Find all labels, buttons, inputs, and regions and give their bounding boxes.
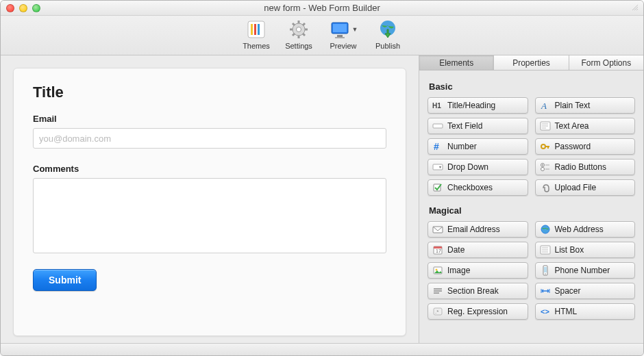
status-bar [1, 343, 643, 355]
form-card: Title Email Comments Submit [13, 68, 406, 336]
svg-rect-16 [337, 35, 343, 37]
checkbox-icon [432, 182, 443, 193]
chevron-down-icon: ▼ [352, 26, 358, 33]
svg-rect-3 [258, 24, 260, 35]
elem-drop-down-label: Drop Down [447, 162, 488, 172]
svg-rect-49 [544, 267, 547, 272]
svg-point-50 [545, 273, 546, 275]
calendar-icon: 17 [432, 244, 443, 255]
comments-textarea[interactable] [33, 178, 386, 253]
svg-text:H1: H1 [432, 102, 441, 110]
submit-button[interactable]: Submit [33, 269, 97, 291]
elem-reg-expression-label: Reg. Expression [447, 307, 508, 316]
globe-icon [540, 224, 551, 235]
panel-body: Basic H1 Title/Heading A Plain Text Text… [419, 71, 643, 336]
elem-password[interactable]: Password [535, 138, 636, 155]
elem-checkboxes[interactable]: Checkboxes [428, 179, 528, 196]
elem-email-address[interactable]: Email Address [428, 221, 528, 238]
elem-web-address[interactable]: Web Address [535, 221, 636, 238]
elem-phone-number-label: Phone Number [555, 266, 610, 275]
settings-label: Settings [285, 42, 312, 50]
elem-phone-number[interactable]: Phone Number [535, 262, 636, 279]
tab-elements[interactable]: Elements [419, 55, 494, 70]
svg-rect-2 [254, 24, 256, 35]
form-title-heading[interactable]: Title [33, 84, 386, 101]
tab-properties[interactable]: Properties [494, 55, 569, 70]
elem-section-break-label: Section Break [447, 286, 499, 296]
textarea-icon [540, 120, 551, 131]
elem-radio-buttons[interactable]: Radio Buttons [535, 159, 636, 175]
section-basic: Basic [429, 81, 635, 92]
svg-point-38 [541, 225, 549, 233]
elem-date[interactable]: 17 Date [428, 242, 528, 258]
minimize-window-button[interactable] [19, 4, 27, 12]
app-window: new form - Web Form Builder Themes Setti… [0, 0, 644, 356]
svg-line-11 [303, 34, 305, 36]
preview-label: Preview [330, 42, 356, 50]
section-break-icon [432, 285, 443, 296]
zoom-window-button[interactable] [32, 4, 40, 12]
elem-number[interactable]: # Number [428, 138, 528, 155]
elem-text-area-label: Text Area [555, 121, 589, 131]
section-magical: Magical [429, 205, 635, 216]
elem-number-label: Number [447, 142, 477, 151]
preview-button[interactable]: ▼ Preview [323, 18, 363, 50]
toolbar: Themes Settings ▼ Preview Publish [1, 16, 643, 55]
spacer-icon [540, 285, 551, 296]
elem-title-heading[interactable]: H1 Title/Heading [428, 97, 528, 114]
magical-elements-grid: Email Address Web Address 17 Date List B… [428, 221, 635, 320]
themes-button[interactable]: Themes [238, 18, 274, 50]
hash-icon: # [432, 141, 443, 152]
elem-checkboxes-label: Checkboxes [447, 183, 493, 192]
elem-email-address-label: Email Address [447, 225, 500, 234]
dropdown-icon [432, 162, 443, 173]
settings-button[interactable]: Settings [281, 18, 317, 50]
elem-text-field[interactable]: Text Field [428, 118, 528, 134]
elem-upload-file[interactable]: Upload File [535, 179, 636, 196]
resize-handle-icon[interactable] [631, 3, 639, 12]
svg-rect-30 [433, 164, 443, 170]
svg-rect-17 [335, 37, 345, 38]
elem-list-box[interactable]: List Box [535, 242, 636, 258]
elem-text-area[interactable]: Text Area [535, 118, 636, 134]
svg-point-5 [297, 27, 301, 32]
elem-title-heading-label: Title/Heading [447, 101, 495, 110]
submit-label: Submit [49, 275, 81, 285]
titlebar: new form - Web Form Builder [1, 1, 643, 16]
basic-elements-grid: H1 Title/Heading A Plain Text Text Field… [428, 97, 635, 196]
textfield-icon [432, 120, 443, 131]
close-window-button[interactable] [6, 4, 14, 12]
elem-radio-buttons-label: Radio Buttons [555, 162, 606, 172]
elem-html[interactable]: <> HTML [535, 303, 636, 320]
comments-label: Comments [33, 164, 386, 174]
image-icon [432, 265, 443, 276]
elem-spacer-label: Spacer [555, 286, 581, 296]
elem-web-address-label: Web Address [555, 225, 604, 234]
svg-point-34 [541, 168, 544, 171]
svg-line-12 [293, 34, 295, 36]
traffic-lights [6, 4, 40, 12]
elem-image[interactable]: Image [428, 262, 528, 279]
text-icon: A [540, 100, 551, 111]
elem-section-break[interactable]: Section Break [428, 283, 528, 299]
elem-password-label: Password [555, 142, 591, 151]
elem-drop-down[interactable]: Drop Down [428, 159, 528, 175]
elem-image-label: Image [447, 266, 470, 275]
elem-spacer[interactable]: Spacer [535, 283, 636, 299]
tab-form-options[interactable]: Form Options [569, 55, 643, 70]
publish-button[interactable]: Publish [370, 18, 406, 50]
window-title: new form - Web Form Builder [1, 3, 643, 13]
radio-icon [540, 162, 551, 173]
elem-reg-expression[interactable]: .* Reg. Expression [428, 303, 528, 320]
elem-plain-text[interactable]: A Plain Text [535, 97, 636, 114]
listbox-icon [540, 244, 551, 255]
elem-date-label: Date [447, 245, 465, 255]
phone-icon [540, 265, 551, 276]
svg-text:.*: .* [435, 309, 438, 315]
svg-line-13 [303, 23, 305, 25]
email-input[interactable] [33, 128, 386, 149]
svg-line-10 [293, 23, 295, 25]
themes-icon [245, 18, 267, 40]
svg-rect-1 [251, 24, 253, 35]
envelope-icon [432, 224, 443, 235]
